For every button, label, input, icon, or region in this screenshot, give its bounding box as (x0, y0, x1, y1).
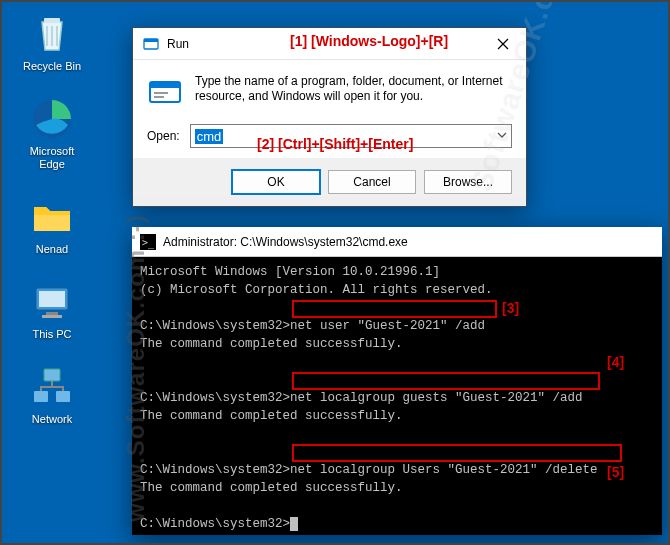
desktop-icons: Recycle Bin Microsoft Edge Nenad This PC… (2, 2, 102, 450)
ok-button[interactable]: OK (232, 170, 320, 194)
open-label: Open: (147, 129, 180, 143)
cancel-button[interactable]: Cancel (328, 170, 416, 194)
term-line: (c) Microsoft Corporation. All rights re… (140, 283, 493, 297)
terminal-cursor (290, 517, 298, 531)
desktop-icon-this-pc[interactable]: This PC (13, 280, 91, 341)
svg-rect-12 (150, 82, 180, 88)
svg-rect-5 (42, 315, 62, 318)
term-cmd-3: net localgroup Users "Guest-2021" /delet… (290, 463, 598, 477)
browse-button[interactable]: Browse... (424, 170, 512, 194)
run-title-text: Run (167, 37, 480, 51)
desktop-icon-label: Recycle Bin (13, 60, 91, 73)
folder-icon (30, 195, 74, 239)
run-button-row: OK Cancel Browse... (133, 158, 526, 206)
run-title-icon (143, 36, 159, 52)
desktop-icon-label: Network (13, 413, 91, 426)
run-description: Type the name of a program, folder, docu… (195, 74, 512, 110)
svg-rect-3 (39, 291, 65, 307)
desktop-icon-edge[interactable]: Microsoft Edge (13, 97, 91, 171)
term-line: The command completed successfully. (140, 409, 403, 423)
desktop-icon-nenad[interactable]: Nenad (13, 195, 91, 256)
edge-icon (30, 97, 74, 141)
term-prompt: C:\Windows\system32> (140, 391, 290, 405)
term-line: The command completed successfully. (140, 481, 403, 495)
term-prompt: C:\Windows\system32> (140, 517, 290, 531)
open-input-value: cmd (195, 129, 224, 144)
desktop-icon-network[interactable]: Network (13, 365, 91, 426)
desktop-icon-label: Nenad (13, 243, 91, 256)
svg-rect-14 (154, 96, 164, 98)
svg-rect-0 (44, 18, 60, 23)
svg-rect-7 (34, 391, 48, 402)
svg-rect-13 (154, 92, 168, 94)
cmd-icon: >_ (140, 234, 156, 250)
run-body: Type the name of a program, folder, docu… (133, 60, 526, 158)
terminal-body[interactable]: Microsoft Windows [Version 10.0.21996.1]… (132, 257, 662, 539)
open-combobox[interactable]: cmd (190, 124, 512, 148)
close-button[interactable] (480, 28, 526, 60)
network-icon (30, 365, 74, 409)
this-pc-icon (30, 280, 74, 324)
desktop-icon-recycle-bin[interactable]: Recycle Bin (13, 12, 91, 73)
term-cmd-1: net user "Guest-2021" /add (290, 319, 485, 333)
term-prompt: C:\Windows\system32> (140, 319, 290, 333)
svg-rect-10 (144, 39, 158, 42)
terminal-title-text: Administrator: C:\Windows\system32\cmd.e… (163, 235, 408, 249)
svg-rect-6 (44, 369, 60, 381)
term-cmd-2: net localgroup guests "Guest-2021" /add (290, 391, 583, 405)
chevron-down-icon[interactable] (497, 128, 507, 143)
run-titlebar[interactable]: Run (133, 28, 526, 60)
term-prompt: C:\Windows\system32> (140, 463, 290, 477)
term-line: The command completed successfully. (140, 337, 403, 351)
terminal-titlebar[interactable]: >_ Administrator: C:\Windows\system32\cm… (132, 227, 662, 257)
svg-rect-8 (56, 391, 70, 402)
desktop-icon-label: This PC (13, 328, 91, 341)
run-app-icon (147, 74, 183, 110)
run-dialog: Run Type the name of a program, folder, … (132, 27, 527, 207)
terminal-window: >_ Administrator: C:\Windows\system32\cm… (132, 227, 662, 535)
recycle-bin-icon (30, 12, 74, 56)
desktop-icon-label: Microsoft Edge (13, 145, 91, 171)
close-icon (497, 38, 509, 50)
svg-text:>_: >_ (142, 237, 155, 249)
term-line: Microsoft Windows [Version 10.0.21996.1] (140, 265, 440, 279)
svg-rect-4 (46, 312, 58, 315)
